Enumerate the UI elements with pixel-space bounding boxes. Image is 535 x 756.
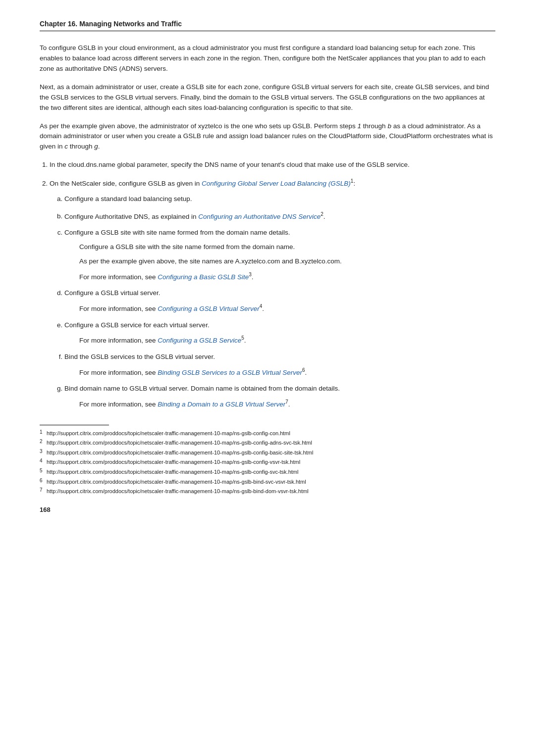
chapter-header: Chapter 16. Managing Networks and Traffi…	[40, 20, 495, 31]
sub-item-f-text: Bind the GSLB services to the GSLB virtu…	[64, 353, 215, 360]
footnote-url: http://support.citrix.com/proddocs/topic…	[47, 468, 298, 477]
footnote-number: 2	[40, 438, 47, 446]
paragraph-1: To configure GSLB in your cloud environm…	[40, 43, 495, 74]
sub-item-a: Configure a standard load balancing setu…	[64, 194, 495, 204]
list-item-1: In the cloud.dns.name global parameter, …	[50, 160, 495, 170]
list-item-2-end: :	[353, 180, 355, 187]
list-item-2-pre: On the NetScaler side, configure GSLB as…	[50, 180, 202, 187]
sub-item-f-para1-end: .	[305, 368, 307, 376]
footnote-url: http://support.citrix.com/proddocs/topic…	[47, 429, 290, 438]
chapter-title: Chapter 16. Managing Networks and Traffi…	[40, 20, 182, 28]
footnote-item: 7 http://support.citrix.com/proddocs/top…	[40, 487, 495, 496]
sub-item-e-para1-pre: For more information, see	[79, 337, 158, 344]
binding-gslb-services-link[interactable]: Binding GSLB Services to a GSLB Virtual …	[158, 368, 302, 376]
sub-item-c-para2: As per the example given above, the site…	[79, 256, 495, 267]
basic-gslb-site-link[interactable]: Configuring a Basic GSLB Site	[158, 273, 249, 280]
footnote-url: http://support.citrix.com/proddocs/topic…	[47, 458, 300, 467]
sub-item-e-para1: For more information, see Configuring a …	[79, 334, 495, 346]
footnote-divider	[40, 425, 109, 425]
sub-item-f-para1: For more information, see Binding GSLB S…	[79, 366, 495, 378]
footnote-number: 3	[40, 448, 47, 455]
footnote-item: 2 http://support.citrix.com/proddocs/top…	[40, 439, 495, 448]
footnote-item: 6 http://support.citrix.com/proddocs/top…	[40, 478, 495, 487]
sub-item-e-text: Configure a GSLB service for each virtua…	[64, 321, 210, 329]
sub-item-b-pre: Configure Authoritative DNS, as explaine…	[64, 212, 198, 220]
sub-item-f-para1-pre: For more information, see	[79, 368, 158, 376]
sub-item-d: Configure a GSLB virtual server. For mor…	[64, 288, 495, 314]
page-container: Chapter 16. Managing Networks and Traffi…	[0, 0, 535, 543]
list-item-1-text: In the cloud.dns.name global parameter, …	[50, 161, 410, 168]
footnote-url: http://support.citrix.com/proddocs/topic…	[47, 439, 312, 448]
para3-text-end: .	[98, 143, 100, 150]
para3-text-mid1: through	[361, 122, 387, 130]
footnote-url: http://support.citrix.com/proddocs/topic…	[47, 487, 309, 496]
sub-item-g-para1-pre: For more information, see	[79, 401, 158, 408]
footnote-number: 7	[40, 486, 47, 494]
footnote-number: 6	[40, 477, 47, 485]
sub-item-b-end: .	[323, 212, 325, 220]
sub-item-c-para1: Configure a GSLB site with the site name…	[79, 242, 495, 252]
paragraph-2: Next, as a domain administrator or user,…	[40, 82, 495, 113]
sub-item-b: Configure Authoritative DNS, as explaine…	[64, 210, 495, 222]
gslb-service-link[interactable]: Configuring a GSLB Service	[158, 337, 241, 344]
page-number: 168	[40, 506, 495, 513]
gslb-link[interactable]: Configuring Global Server Load Balancing…	[202, 180, 351, 187]
sub-item-e: Configure a GSLB service for each virtua…	[64, 320, 495, 346]
sub-item-d-text: Configure a GSLB virtual server.	[64, 289, 160, 297]
sub-item-c-text: Configure a GSLB site with site name for…	[64, 229, 290, 236]
sub-item-g-text: Bind domain name to GSLB virtual server.…	[64, 385, 340, 392]
sub-item-g-para1: For more information, see Binding a Doma…	[79, 398, 495, 409]
sub-item-d-para1-end: .	[262, 305, 264, 312]
footnote-url: http://support.citrix.com/proddocs/topic…	[47, 478, 306, 487]
footnotes-section: 1 http://support.citrix.com/proddocs/top…	[40, 429, 495, 496]
footnote-item: 5 http://support.citrix.com/proddocs/top…	[40, 468, 495, 477]
footnote-url: http://support.citrix.com/proddocs/topic…	[47, 449, 313, 457]
sub-item-d-para1: For more information, see Configuring a …	[79, 302, 495, 314]
para3-italic-1: 1	[358, 122, 362, 130]
sub-item-g: Bind domain name to GSLB virtual server.…	[64, 384, 495, 409]
footnote-item: 1 http://support.citrix.com/proddocs/top…	[40, 429, 495, 438]
footnote-number: 5	[40, 467, 47, 475]
footnote-item: 3 http://support.citrix.com/proddocs/top…	[40, 449, 495, 457]
sub-item-e-para1-end: .	[244, 337, 246, 344]
sub-item-f: Bind the GSLB services to the GSLB virtu…	[64, 352, 495, 378]
para3-italic-g: g	[94, 143, 98, 150]
list-item-2: On the NetScaler side, configure GSLB as…	[50, 177, 495, 409]
sub-list: Configure a standard load balancing setu…	[64, 194, 495, 410]
sub-item-a-text: Configure a standard load balancing setu…	[64, 195, 192, 202]
binding-domain-link[interactable]: Binding a Domain to a GSLB Virtual Serve…	[158, 401, 285, 408]
para3-text-pre: As per the example given above, the admi…	[40, 122, 358, 130]
sub-item-c-para3-end: .	[252, 273, 254, 280]
sub-item-d-para1-pre: For more information, see	[79, 305, 158, 312]
para3-text-mid3: through	[68, 143, 94, 150]
sub-item-c: Configure a GSLB site with site name for…	[64, 228, 495, 282]
sub-item-g-para1-end: .	[288, 401, 290, 408]
main-list: In the cloud.dns.name global parameter, …	[50, 160, 495, 409]
footnote-number: 1	[40, 428, 47, 436]
paragraph-3: As per the example given above, the admi…	[40, 121, 495, 152]
gslb-virtual-server-link[interactable]: Configuring a GSLB Virtual Server	[158, 305, 259, 312]
footnote-item: 4 http://support.citrix.com/proddocs/top…	[40, 458, 495, 467]
footnote-number: 4	[40, 457, 47, 465]
auth-dns-link[interactable]: Configuring an Authoritative DNS Service	[198, 212, 321, 220]
sub-item-c-para3-pre: For more information, see	[79, 273, 158, 280]
para3-italic-b: b	[387, 122, 391, 130]
sub-item-c-para3: For more information, see Configuring a …	[79, 271, 495, 282]
